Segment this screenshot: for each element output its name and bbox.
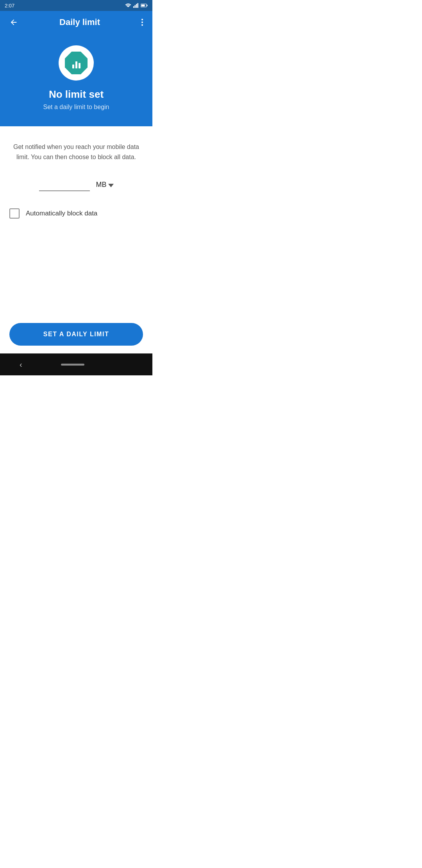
svg-rect-5 (141, 5, 145, 7)
svg-rect-2 (136, 4, 137, 8)
app-icon-circle (59, 45, 94, 81)
back-button[interactable] (6, 15, 21, 30)
main-content: Get notified when you reach your mobile … (0, 126, 152, 353)
limit-value-input[interactable] (39, 178, 90, 191)
unit-selector[interactable]: MB (96, 181, 114, 191)
chevron-down-icon (108, 184, 114, 187)
limit-input-row: MB (9, 178, 143, 191)
status-bar: 2:07 (0, 0, 152, 11)
status-icons (125, 3, 148, 8)
svg-rect-3 (138, 3, 139, 8)
auto-block-row: Automatically block data (9, 205, 143, 222)
svg-rect-0 (133, 6, 134, 8)
auto-block-label: Automatically block data (26, 210, 97, 217)
unit-label: MB (96, 181, 107, 189)
hero-subtitle: Set a daily limit to begin (43, 104, 109, 111)
nav-bar: ‹ (0, 353, 152, 375)
bottom-area: SET A DAILY LIMIT (0, 317, 152, 353)
battery-icon (141, 3, 148, 8)
page-title: Daily limit (59, 17, 100, 27)
svg-rect-6 (147, 5, 148, 6)
wifi-icon (125, 3, 131, 8)
more-options-button[interactable] (138, 16, 146, 29)
nav-home-pill[interactable] (61, 364, 84, 366)
app-bar: Daily limit (0, 11, 152, 34)
set-daily-limit-button[interactable]: SET A DAILY LIMIT (9, 323, 143, 346)
svg-rect-1 (135, 5, 136, 8)
data-monitor-icon (65, 52, 88, 74)
auto-block-checkbox[interactable] (9, 208, 20, 219)
description-text: Get notified when you reach your mobile … (9, 142, 143, 162)
signal-icon (133, 3, 139, 8)
status-time: 2:07 (5, 3, 14, 9)
hero-section: No limit set Set a daily limit to begin (0, 34, 152, 126)
content-body: Get notified when you reach your mobile … (0, 126, 152, 317)
bar-chart-icon (72, 57, 80, 68)
no-limit-title: No limit set (49, 88, 104, 100)
nav-back-icon[interactable]: ‹ (20, 360, 22, 369)
